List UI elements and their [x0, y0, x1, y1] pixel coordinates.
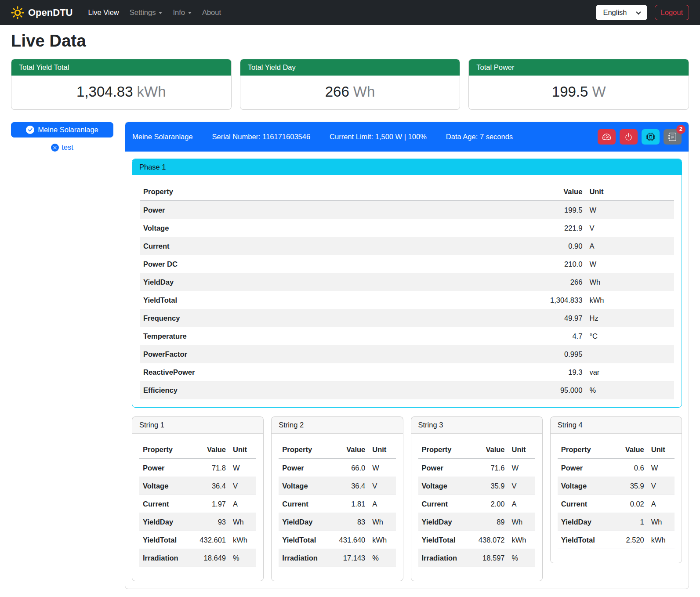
table-row-yieldday: YieldDay1Wh: [558, 513, 675, 531]
string-table: PropertyValueUnitPower71.6WVoltage35.9VC…: [418, 441, 535, 567]
table-row-yieldday: YieldDay83Wh: [279, 513, 395, 531]
property-cell: YieldDay: [279, 513, 330, 531]
event-log-button[interactable]: 2: [664, 129, 682, 145]
value-cell: 221.9: [490, 219, 586, 237]
property-cell: Power: [140, 201, 490, 219]
language-select[interactable]: English: [596, 5, 647, 20]
unit-cell: V: [508, 477, 535, 495]
column-unit: Unit: [508, 441, 535, 459]
table-row-voltage: Voltage36.4V: [139, 477, 256, 495]
property-cell: YieldTotal: [140, 291, 490, 309]
summary-card-value: 1,304.83: [76, 83, 133, 100]
table-row-power: Power71.6W: [418, 459, 535, 477]
table-header-row: PropertyValueUnit: [558, 441, 675, 459]
table-row-temperature: Temperature4.7°C: [140, 327, 674, 345]
inverter-actions: 2: [598, 129, 682, 145]
string-card-string-3: String 3PropertyValueUnitPower71.6WVolta…: [411, 416, 543, 581]
inverter-card-body: Phase 1 PropertyValueUnitPower199.5WVolt…: [125, 152, 689, 589]
value-cell: 17.143: [330, 549, 369, 567]
column-unit: Unit: [586, 183, 674, 201]
value-cell: 71.6: [470, 459, 508, 477]
table-row-yieldtotal: YieldTotal1,304.833kWh: [140, 291, 674, 309]
sun-icon: [11, 6, 24, 19]
summary-card-total-power: Total Power199.5W: [468, 59, 689, 110]
string-table: PropertyValueUnitPower66.0WVoltage36.4VC…: [279, 441, 395, 567]
string-card-string-4: String 4PropertyValueUnitPower0.6WVoltag…: [550, 416, 682, 563]
table-row-yieldtotal: YieldTotal432.601kWh: [139, 531, 256, 549]
table-row-yieldtotal: YieldTotal431.640kWh: [279, 531, 395, 549]
string-card-string-2: String 2PropertyValueUnitPower66.0WVolta…: [271, 416, 403, 581]
property-cell: YieldDay: [140, 273, 490, 291]
table-row-yieldday: YieldDay266Wh: [140, 273, 674, 291]
value-cell: 0.90: [490, 237, 586, 255]
property-cell: Power: [558, 459, 609, 477]
nav-item-label: Info: [173, 8, 185, 17]
nav-item-about[interactable]: About: [198, 5, 225, 20]
property-cell: YieldTotal: [139, 531, 191, 549]
column-value: Value: [490, 183, 586, 201]
value-cell: 19.3: [490, 363, 586, 381]
inverter-serial: Serial Number: 116171603546: [212, 133, 311, 141]
property-cell: Voltage: [418, 477, 470, 495]
unit-cell: Wh: [586, 273, 674, 291]
string-card-title: String 4: [551, 417, 682, 434]
table-row-current: Current1.97A: [139, 495, 256, 513]
summary-card-unit: Wh: [353, 83, 375, 100]
property-cell: Voltage: [558, 477, 609, 495]
table-header-row: PropertyValueUnit: [139, 441, 256, 459]
unit-cell: %: [508, 549, 535, 567]
summary-card-body: 1,304.83kWh: [11, 76, 231, 109]
value-cell: 199.5: [490, 201, 586, 219]
table-row-irradiation: Irradiation17.143%: [279, 549, 395, 567]
logout-button[interactable]: Logout: [655, 5, 689, 20]
summary-card-title: Total Yield Day: [240, 59, 460, 76]
unit-cell: A: [648, 495, 675, 513]
string-card-title: String 2: [272, 417, 403, 434]
unit-cell: kWh: [229, 531, 256, 549]
table-row-irradiation: Irradiation18.597%: [418, 549, 535, 567]
limit-settings-button[interactable]: [598, 129, 616, 145]
string-card-title: String 3: [411, 417, 542, 434]
nav-item-settings[interactable]: Settings: [126, 5, 167, 20]
table-row-reactivepower: ReactivePower19.3var: [140, 363, 674, 381]
table-row-power: Power0.6W: [558, 459, 675, 477]
table-header-row: PropertyValueUnit: [140, 183, 674, 201]
brand[interactable]: OpenDTU: [11, 6, 73, 19]
power-toggle-button[interactable]: [620, 129, 638, 145]
inverter-select-meine-solaranlage[interactable]: Meine Solaranlage: [11, 122, 113, 137]
value-cell: 266: [490, 273, 586, 291]
property-cell: Current: [140, 237, 490, 255]
column-value: Value: [470, 441, 508, 459]
unit-cell: W: [648, 459, 675, 477]
nav-item-info[interactable]: Info: [169, 5, 196, 20]
unit-cell: V: [369, 477, 395, 495]
summary-card-title: Total Power: [469, 59, 689, 76]
unit-cell: V: [586, 219, 674, 237]
table-header-row: PropertyValueUnit: [279, 441, 395, 459]
string-card-body: PropertyValueUnitPower66.0WVoltage36.4VC…: [272, 434, 403, 581]
navbar-right: English Logout: [596, 5, 689, 20]
nav-item-live-view[interactable]: Live View: [84, 5, 123, 20]
string-card-string-1: String 1PropertyValueUnitPower71.8WVolta…: [132, 416, 264, 581]
value-cell: 438.072: [470, 531, 508, 549]
table-row-current: Current0.02A: [558, 495, 675, 513]
value-cell: 36.4: [191, 477, 229, 495]
column-unit: Unit: [648, 441, 675, 459]
string-card-title: String 1: [132, 417, 263, 434]
inverter-select-test[interactable]: test: [51, 143, 73, 152]
unit-cell: V: [229, 477, 256, 495]
property-cell: Frequency: [140, 309, 490, 327]
unit-cell: var: [586, 363, 674, 381]
device-info-button[interactable]: [642, 129, 660, 145]
x-circle-icon: [51, 144, 59, 152]
property-cell: Irradiation: [418, 549, 470, 567]
unit-cell: %: [229, 549, 256, 567]
table-row-current: Current2.00A: [418, 495, 535, 513]
summary-card-title: Total Yield Total: [11, 59, 231, 76]
value-cell: 95.000: [490, 381, 586, 399]
language-select-value: English: [603, 8, 627, 17]
value-cell: 93: [191, 513, 229, 531]
value-cell: 1.81: [330, 495, 369, 513]
string-table: PropertyValueUnitPower71.8WVoltage36.4VC…: [139, 441, 256, 567]
column-unit: Unit: [229, 441, 256, 459]
